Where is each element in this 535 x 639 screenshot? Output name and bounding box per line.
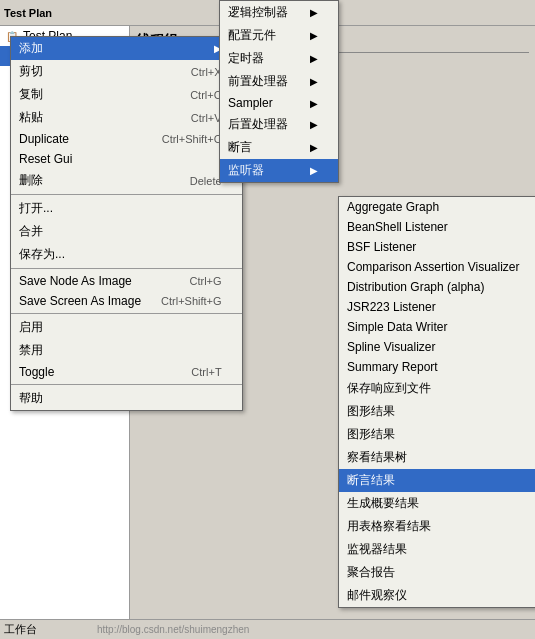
status-bar: 工作台 http://blog.csdn.net/shuimengzhen <box>0 619 535 639</box>
menu-item-cut[interactable]: 剪切 Ctrl+X <box>11 60 242 83</box>
menu-item-enable[interactable]: 启用 <box>11 316 242 339</box>
menu-item-copy-label: 复制 <box>19 86 170 103</box>
listener-summaryreport-label: Summary Report <box>347 360 520 374</box>
submenu-add-timer[interactable]: 定时器 ▶ <box>220 47 338 70</box>
listener-mailwatcher[interactable]: 邮件观察仪 <box>339 584 535 607</box>
logic-arrow-icon: ▶ <box>310 7 318 18</box>
listener-distribution-label: Distribution Graph (alpha) <box>347 280 520 294</box>
separator-1 <box>11 194 242 195</box>
app-window: Test Plan 📋 Test Plan ⚙ Thread Group 线程组… <box>0 0 535 639</box>
separator-4 <box>11 384 242 385</box>
listener-mailwatcher-label: 邮件观察仪 <box>347 587 520 604</box>
listener-graph2[interactable]: 图形结果 <box>339 423 535 446</box>
cut-shortcut: Ctrl+X <box>191 66 222 78</box>
separator-2 <box>11 268 242 269</box>
listener-simpledatawriter-label: Simple Data Writer <box>347 320 520 334</box>
menu-item-resetgui[interactable]: Reset Gui <box>11 149 242 169</box>
menu-item-add-label: 添加 <box>19 40 210 57</box>
submenu-add: 逻辑控制器 ▶ 配置元件 ▶ 定时器 ▶ 前置处理器 ▶ Sampler ▶ 后… <box>219 0 339 183</box>
toolbar-title: Test Plan <box>4 7 52 19</box>
listener-spline-label: Spline Visualizer <box>347 340 520 354</box>
submenu-add-logic[interactable]: 逻辑控制器 ▶ <box>220 1 338 24</box>
menu-item-paste[interactable]: 粘贴 Ctrl+V <box>11 106 242 129</box>
listener-graph1[interactable]: 图形结果 <box>339 400 535 423</box>
menu-item-resetgui-label: Reset Gui <box>19 152 222 166</box>
listener-monitorresult[interactable]: 监视器结果 <box>339 538 535 561</box>
listener-jsr223[interactable]: JSR223 Listener <box>339 297 535 317</box>
submenu-add-postproc[interactable]: 后置处理器 ▶ <box>220 113 338 136</box>
submenu-listener: Aggregate Graph BeanShell Listener BSF L… <box>338 196 535 608</box>
menu-item-savescreenimage[interactable]: Save Screen As Image Ctrl+Shift+G <box>11 291 242 311</box>
submenu-add-timer-label: 定时器 <box>228 50 306 67</box>
menu-item-disable[interactable]: 禁用 <box>11 339 242 362</box>
listener-viewresulttree[interactable]: 察看结果树 <box>339 446 535 469</box>
listener-beanshell-label: BeanShell Listener <box>347 220 520 234</box>
menu-item-delete-label: 删除 <box>19 172 170 189</box>
menu-item-add[interactable]: 添加 ▶ <box>11 37 242 60</box>
timer-arrow-icon: ▶ <box>310 53 318 64</box>
sampler-arrow-icon: ▶ <box>310 98 318 109</box>
postproc-arrow-icon: ▶ <box>310 119 318 130</box>
savenodeimage-shortcut: Ctrl+G <box>190 275 222 287</box>
menu-item-duplicate[interactable]: Duplicate Ctrl+Shift+C <box>11 129 242 149</box>
duplicate-shortcut: Ctrl+Shift+C <box>162 133 222 145</box>
menu-item-paste-label: 粘贴 <box>19 109 171 126</box>
listener-aggregate-graph[interactable]: Aggregate Graph <box>339 197 535 217</box>
submenu-add-preproc[interactable]: 前置处理器 ▶ <box>220 70 338 93</box>
status-text: 工作台 <box>4 622 37 637</box>
menu-item-help-label: 帮助 <box>19 390 222 407</box>
listener-tableresult[interactable]: 用表格察看结果 <box>339 515 535 538</box>
menu-item-savescreenimage-label: Save Screen As Image <box>19 294 141 308</box>
menu-item-savenodeimage-label: Save Node As Image <box>19 274 170 288</box>
watermark: http://blog.csdn.net/shuimengzhen <box>97 624 249 635</box>
listener-bsf[interactable]: BSF Listener <box>339 237 535 257</box>
listener-assertionresult-label: 断言结果 <box>347 472 520 489</box>
preproc-arrow-icon: ▶ <box>310 76 318 87</box>
submenu-add-sampler-label: Sampler <box>228 96 306 110</box>
menu-item-open-label: 打开... <box>19 200 222 217</box>
listener-jsr223-label: JSR223 Listener <box>347 300 520 314</box>
listener-spline[interactable]: Spline Visualizer <box>339 337 535 357</box>
listener-saveresp-label: 保存响应到文件 <box>347 380 520 397</box>
listener-monitorresult-label: 监视器结果 <box>347 541 520 558</box>
submenu-add-listener-label: 监听器 <box>228 162 306 179</box>
menu-item-saveas-label: 保存为... <box>19 246 222 263</box>
menu-item-toggle-label: Toggle <box>19 365 171 379</box>
copy-shortcut: Ctrl+C <box>190 89 221 101</box>
listener-gensummary[interactable]: 生成概要结果 <box>339 492 535 515</box>
menu-item-duplicate-label: Duplicate <box>19 132 142 146</box>
listener-comparison[interactable]: Comparison Assertion Visualizer <box>339 257 535 277</box>
submenu-add-postproc-label: 后置处理器 <box>228 116 306 133</box>
menu-item-merge-label: 合并 <box>19 223 222 240</box>
menu-item-open[interactable]: 打开... <box>11 197 242 220</box>
listener-bsf-label: BSF Listener <box>347 240 520 254</box>
listener-distribution[interactable]: Distribution Graph (alpha) <box>339 277 535 297</box>
listener-saveresp[interactable]: 保存响应到文件 <box>339 377 535 400</box>
listener-graph2-label: 图形结果 <box>347 426 520 443</box>
submenu-add-config-label: 配置元件 <box>228 27 306 44</box>
listener-aggreport[interactable]: 聚合报告 <box>339 561 535 584</box>
menu-item-help[interactable]: 帮助 <box>11 387 242 410</box>
listener-summaryreport[interactable]: Summary Report <box>339 357 535 377</box>
submenu-add-listener[interactable]: 监听器 ▶ <box>220 159 338 182</box>
menu-item-delete[interactable]: 删除 Delete <box>11 169 242 192</box>
menu-item-merge[interactable]: 合并 <box>11 220 242 243</box>
menu-item-copy[interactable]: 复制 Ctrl+C <box>11 83 242 106</box>
menu-item-cut-label: 剪切 <box>19 63 171 80</box>
listener-beanshell[interactable]: BeanShell Listener <box>339 217 535 237</box>
listener-assertionresult[interactable]: 断言结果 <box>339 469 535 492</box>
listener-simpledatawriter[interactable]: Simple Data Writer <box>339 317 535 337</box>
menu-item-saveas[interactable]: 保存为... <box>11 243 242 266</box>
listener-viewresulttree-label: 察看结果树 <box>347 449 520 466</box>
submenu-add-config[interactable]: 配置元件 ▶ <box>220 24 338 47</box>
submenu-add-assertion[interactable]: 断言 ▶ <box>220 136 338 159</box>
context-menu: 添加 ▶ 剪切 Ctrl+X 复制 Ctrl+C 粘贴 Ctrl+V Dupli… <box>10 36 243 411</box>
listener-aggregate-graph-label: Aggregate Graph <box>347 200 520 214</box>
listener-tableresult-label: 用表格察看结果 <box>347 518 520 535</box>
menu-item-enable-label: 启用 <box>19 319 222 336</box>
config-arrow-icon: ▶ <box>310 30 318 41</box>
menu-item-toggle[interactable]: Toggle Ctrl+T <box>11 362 242 382</box>
menu-item-savenodeimage[interactable]: Save Node As Image Ctrl+G <box>11 271 242 291</box>
submenu-add-sampler[interactable]: Sampler ▶ <box>220 93 338 113</box>
assertion-arrow-icon: ▶ <box>310 142 318 153</box>
